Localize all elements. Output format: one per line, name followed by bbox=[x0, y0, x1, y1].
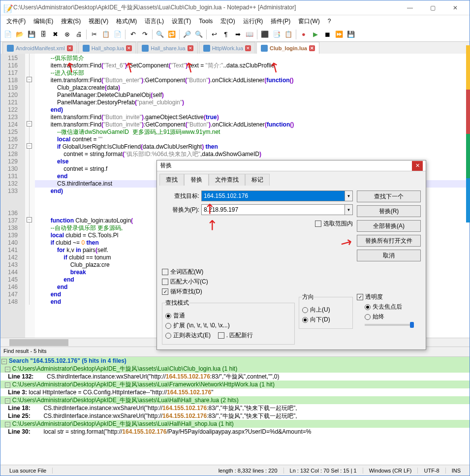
fold-toggle[interactable]: − bbox=[27, 77, 32, 82]
menu-item[interactable]: 语言(L) bbox=[141, 16, 168, 27]
tab-close-icon[interactable]: ✕ bbox=[126, 45, 132, 51]
lang-icon[interactable]: 📖 bbox=[244, 29, 255, 40]
save-icon[interactable]: 💾 bbox=[26, 29, 37, 40]
menu-item[interactable]: 窗口(W) bbox=[294, 16, 323, 27]
print-icon[interactable]: 🖨 bbox=[73, 29, 84, 40]
find-result-line[interactable]: −C:\Users\Administrator\Desktop\ApkIDE_牛… bbox=[0, 365, 470, 373]
menu-item[interactable]: 格式(M) bbox=[112, 16, 141, 27]
new-icon[interactable]: 📄 bbox=[2, 29, 13, 40]
dir-up-radio[interactable] bbox=[302, 307, 308, 313]
cancel-button[interactable]: 取消 bbox=[357, 250, 421, 261]
play-icon[interactable]: ▶ bbox=[310, 29, 321, 40]
file-icon bbox=[261, 45, 268, 52]
wrap-icon[interactable]: ↩ bbox=[209, 29, 219, 40]
find-result-line[interactable]: −C:\Users\Administrator\Desktop\ApkIDE_牛… bbox=[0, 396, 470, 404]
find-result-panel[interactable]: −Search "164.155.102.176" (5 hits in 4 f… bbox=[0, 356, 470, 465]
rec-icon[interactable]: ● bbox=[298, 29, 309, 40]
zoom-out-icon[interactable]: 🔍 bbox=[193, 29, 204, 40]
file-tab[interactable]: AndroidManifest.xml✕ bbox=[2, 42, 77, 54]
replace-open-button[interactable]: 替换所有打开文件 bbox=[357, 235, 421, 247]
file-tab[interactable]: Club_login.lua✕ bbox=[256, 42, 319, 54]
find-result-line[interactable]: Line 30: local str = string.format("http… bbox=[0, 428, 470, 436]
redo-icon[interactable]: ↷ bbox=[139, 29, 150, 40]
chars-icon[interactable]: ¶ bbox=[220, 29, 231, 40]
cut-icon[interactable]: ✂ bbox=[89, 29, 99, 40]
transparency-slider[interactable] bbox=[365, 324, 414, 326]
mode-regex-radio[interactable] bbox=[165, 333, 171, 339]
replace-all-button[interactable]: 全部替换(A) bbox=[357, 220, 421, 232]
menu-item[interactable]: ? bbox=[324, 17, 335, 26]
tab-close-icon[interactable]: ✕ bbox=[245, 45, 251, 51]
mode-normal-radio[interactable] bbox=[165, 313, 171, 319]
find-result-line[interactable]: Line 18: CS.thirdInterface.instance:wxSh… bbox=[0, 404, 470, 412]
menu-item[interactable]: 搜索(S) bbox=[57, 16, 85, 27]
fold-toggle[interactable]: − bbox=[27, 121, 32, 127]
indent-icon[interactable]: ➡ bbox=[232, 29, 243, 40]
fold-toggle[interactable]: − bbox=[27, 143, 32, 149]
minimize-btn[interactable]: — bbox=[399, 0, 421, 15]
file-tab[interactable]: Hall_share.lua✕ bbox=[137, 42, 197, 54]
find-result-line[interactable]: Line 3: local HttpInterface = CG.Config.… bbox=[0, 388, 470, 396]
map-icon[interactable]: 📑 bbox=[271, 29, 282, 40]
trans-blur-radio[interactable] bbox=[365, 304, 371, 310]
find-result-line[interactable]: −Search "164.155.102.176" (5 hits in 4 f… bbox=[0, 357, 470, 365]
stop-icon[interactable]: ◼ bbox=[322, 29, 333, 40]
dialog-tab[interactable]: 标记 bbox=[245, 174, 270, 186]
menu-item[interactable]: 视图(V) bbox=[85, 16, 112, 27]
zoom-in-icon[interactable]: 🔎 bbox=[182, 29, 192, 40]
dir-down-radio[interactable] bbox=[302, 317, 308, 323]
find-result-line[interactable]: Line 25: CS.thirdInterface.instance:wxSh… bbox=[0, 412, 470, 420]
paste-icon[interactable]: 📄 bbox=[112, 29, 123, 40]
menu-item[interactable]: 文件(F) bbox=[2, 16, 30, 27]
saveall-icon[interactable]: 🗄 bbox=[38, 29, 49, 40]
replace-button[interactable]: 替换(R) bbox=[357, 205, 421, 217]
replace-input[interactable] bbox=[201, 204, 345, 215]
close-icon[interactable]: ✖ bbox=[50, 29, 61, 40]
match-case-checkbox[interactable] bbox=[162, 279, 168, 285]
undo-icon[interactable]: ↶ bbox=[127, 29, 138, 40]
menu-item[interactable]: 设置(T) bbox=[168, 16, 195, 27]
dialog-titlebar[interactable]: 替换 ✕ bbox=[157, 160, 426, 171]
line-num: 128 bbox=[0, 151, 25, 158]
mode-extended-radio[interactable] bbox=[165, 323, 171, 329]
replace-dropdown-icon[interactable]: ▼ bbox=[345, 204, 353, 215]
save-macro-icon[interactable]: 💾 bbox=[345, 29, 356, 40]
close-btn[interactable]: ✕ bbox=[444, 0, 467, 15]
fold-toggle[interactable]: − bbox=[27, 217, 32, 222]
dialog-tab[interactable]: 查找 bbox=[159, 174, 184, 186]
whole-word-checkbox[interactable] bbox=[162, 269, 168, 275]
find-next-button[interactable]: 查找下一个 bbox=[357, 190, 421, 202]
trans-checkbox[interactable]: ✓ bbox=[357, 294, 363, 300]
find-icon[interactable]: 🔍 bbox=[155, 29, 165, 40]
closeall-icon[interactable]: ⊗ bbox=[62, 29, 72, 40]
file-tab[interactable]: HttpWork.lua✕ bbox=[199, 42, 255, 54]
find-result-line[interactable]: −C:\Users\Administrator\Desktop\ApkIDE_牛… bbox=[0, 420, 470, 428]
file-tab[interactable]: Hall_shop.lua✕ bbox=[78, 42, 137, 54]
replace-icon[interactable]: 🔁 bbox=[166, 29, 177, 40]
menu-item[interactable]: 编辑(E) bbox=[30, 16, 57, 27]
find-result-line[interactable]: Line 132: CS.thirdInterface.instance:wxS… bbox=[0, 373, 470, 381]
dialog-tab[interactable]: 文件查找 bbox=[209, 174, 245, 186]
doc-icon[interactable]: 📋 bbox=[283, 29, 294, 40]
menu-item[interactable]: 运行(R) bbox=[239, 16, 267, 27]
menu-item[interactable]: Tools bbox=[195, 17, 217, 26]
wrap-checkbox[interactable]: ✓ bbox=[162, 288, 168, 295]
in-selection-checkbox[interactable] bbox=[315, 221, 321, 227]
menu-item[interactable]: 插件(P) bbox=[267, 16, 294, 27]
func-icon[interactable]: ⬛ bbox=[259, 29, 270, 40]
find-input[interactable] bbox=[201, 190, 345, 201]
tab-close-icon[interactable]: ✕ bbox=[67, 45, 73, 51]
trans-always-radio[interactable] bbox=[365, 314, 371, 320]
tab-close-icon[interactable]: ✕ bbox=[309, 45, 315, 51]
maximize-btn[interactable]: ▢ bbox=[421, 0, 444, 15]
find-dropdown-icon[interactable]: ▼ bbox=[345, 190, 353, 201]
find-result-line[interactable]: −C:\Users\Administrator\Desktop\ApkIDE_牛… bbox=[0, 381, 470, 388]
dialog-tab[interactable]: 替换 bbox=[184, 174, 209, 186]
ff-icon[interactable]: ⏩ bbox=[334, 29, 345, 40]
copy-icon[interactable]: 📋 bbox=[100, 29, 111, 40]
open-icon[interactable]: 📂 bbox=[14, 29, 25, 40]
newline-checkbox[interactable] bbox=[218, 332, 224, 339]
menu-item[interactable]: 宏(O) bbox=[217, 16, 239, 27]
dialog-close-icon[interactable]: ✕ bbox=[412, 161, 423, 171]
tab-close-icon[interactable]: ✕ bbox=[188, 45, 193, 51]
